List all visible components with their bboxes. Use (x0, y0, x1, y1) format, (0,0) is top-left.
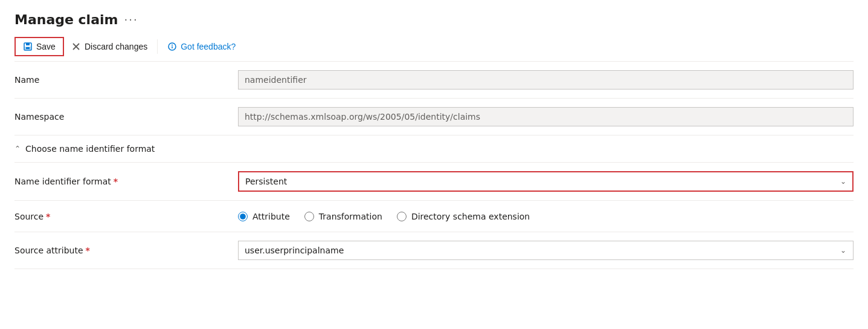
source-attribute-label: Attribute (252, 212, 290, 221)
manage-claim-page: Manage claim ··· Save Discar (0, 0, 868, 329)
name-row: Name (14, 62, 854, 99)
namespace-input[interactable] (238, 107, 854, 126)
namespace-row: Namespace (14, 99, 854, 135)
toolbar-divider (157, 39, 158, 54)
source-directory-radio[interactable] (397, 212, 407, 221)
source-control: Attribute Transformation Directory schem… (238, 212, 854, 221)
name-id-format-control: Persistent Not Configured Email Address … (238, 171, 854, 192)
source-label: Source * (14, 212, 238, 221)
discard-icon (71, 42, 81, 51)
discard-changes-button[interactable]: Discard changes (64, 38, 155, 55)
namespace-label: Namespace (14, 112, 238, 122)
page-title: Manage claim (14, 12, 118, 27)
feedback-button[interactable]: Got feedback? (160, 38, 243, 55)
source-attribute-select[interactable]: user.userprincipalname user.mail user.gi… (238, 241, 854, 260)
page-title-row: Manage claim ··· (14, 12, 854, 27)
namespace-control (238, 107, 854, 126)
source-transformation-option[interactable]: Transformation (304, 212, 382, 221)
name-id-format-row: Name identifier format * Persistent Not … (14, 163, 854, 201)
source-attribute-option[interactable]: Attribute (238, 212, 290, 221)
name-id-format-wrapper: Persistent Not Configured Email Address … (238, 171, 854, 192)
name-id-format-required: * (114, 177, 118, 186)
svg-rect-3 (26, 47, 30, 49)
name-control (238, 70, 854, 90)
save-label: Save (36, 42, 56, 51)
source-transformation-radio[interactable] (304, 212, 314, 221)
source-radio-group: Attribute Transformation Directory schem… (238, 212, 854, 221)
source-attribute-row: Source attribute * user.userprincipalnam… (14, 232, 854, 269)
form-section: Name Namespace ⌃ Choose name identifier … (14, 62, 854, 269)
source-directory-option[interactable]: Directory schema extension (397, 212, 530, 221)
source-transformation-label: Transformation (319, 212, 382, 221)
save-icon (23, 42, 33, 51)
source-attribute-radio[interactable] (238, 212, 248, 221)
source-required: * (46, 212, 50, 221)
name-id-format-select[interactable]: Persistent Not Configured Email Address … (238, 171, 854, 192)
source-attribute-control: user.userprincipalname user.mail user.gi… (238, 241, 854, 260)
source-directory-label: Directory schema extension (411, 212, 530, 221)
collapse-icon: ⌃ (14, 145, 21, 153)
name-id-format-section-header[interactable]: ⌃ Choose name identifier format (14, 135, 854, 163)
source-row: Source * Attribute Transformation Direc (14, 201, 854, 232)
name-input[interactable] (238, 70, 854, 90)
section-header-label: Choose name identifier format (25, 144, 155, 154)
save-button[interactable]: Save (14, 37, 64, 56)
name-label: Name (14, 75, 238, 85)
feedback-label: Got feedback? (181, 42, 236, 51)
discard-label: Discard changes (85, 42, 147, 51)
source-attribute-label: Source attribute * (14, 246, 238, 255)
name-id-format-label: Name identifier format * (14, 177, 238, 186)
source-attribute-wrapper: user.userprincipalname user.mail user.gi… (238, 241, 854, 260)
feedback-icon (167, 42, 177, 51)
svg-point-7 (172, 45, 173, 46)
source-attribute-required: * (86, 246, 90, 255)
svg-rect-1 (26, 43, 30, 45)
more-options-icon[interactable]: ··· (124, 13, 138, 26)
toolbar: Save Discard changes Got feedback? (14, 37, 854, 62)
